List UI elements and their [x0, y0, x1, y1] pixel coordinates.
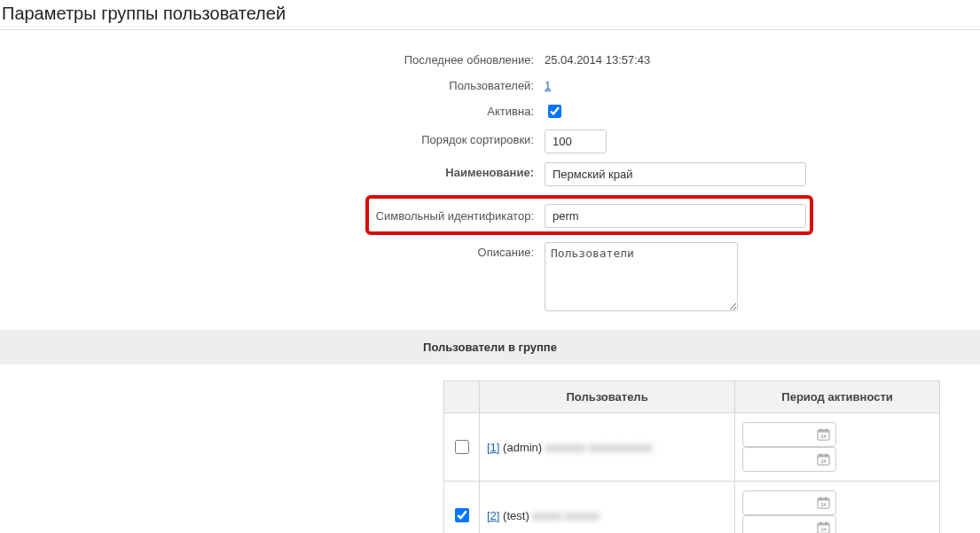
svg-rect-6 [818, 454, 829, 457]
svg-rect-11 [818, 498, 829, 500]
svg-text:24: 24 [820, 502, 826, 507]
calendar-icon: 24 [817, 521, 830, 534]
calendar-icon: 24 [817, 428, 830, 442]
svg-text:24: 24 [820, 459, 826, 464]
user-name-obscured: xxxxxxx xxxxxxxxxxx [545, 441, 653, 454]
users-count-link[interactable]: 1 [545, 79, 551, 92]
svg-text:24: 24 [820, 527, 826, 532]
symbol-id-input[interactable] [545, 204, 806, 228]
date-from-input[interactable]: 24 [742, 422, 836, 447]
last-update-label: Последнее обновление: [0, 50, 539, 67]
sort-order-label: Порядок сортировки: [0, 129, 539, 146]
name-label: Наименование: [0, 162, 539, 179]
user-id-link[interactable]: [2] [487, 509, 499, 522]
row-checkbox[interactable] [455, 508, 469, 522]
col-user-header: Пользователь [480, 381, 735, 413]
user-id-link[interactable]: [1] [487, 441, 499, 454]
table-row: [2] (test) xxxxx xxxxxx 24 24 [444, 482, 940, 534]
svg-rect-18 [826, 521, 827, 524]
svg-rect-8 [826, 453, 827, 456]
svg-rect-7 [820, 453, 821, 456]
page-title: Параметры группы пользователей [0, 0, 980, 30]
description-label: Описание: [0, 242, 539, 259]
users-table: Пользователь Период активности [1] (admi… [443, 380, 940, 533]
user-login: (test) [503, 509, 529, 522]
date-to-input[interactable]: 24 [742, 447, 836, 472]
users-count-label: Пользователей: [0, 75, 539, 92]
form-area: Последнее обновление: 25.04.2014 13:57:4… [0, 50, 980, 314]
svg-rect-1 [818, 429, 829, 432]
date-to-input[interactable]: 24 [742, 515, 836, 533]
table-row: [1] (admin) xxxxxxx xxxxxxxxxxx 24 24 [444, 413, 940, 482]
svg-rect-3 [826, 428, 827, 431]
svg-rect-13 [826, 497, 827, 499]
calendar-icon: 24 [817, 497, 830, 510]
user-login: (admin) [503, 441, 542, 454]
user-name-obscured: xxxxx xxxxxx [532, 509, 599, 522]
col-period-header: Период активности [735, 381, 940, 413]
svg-text:24: 24 [820, 434, 826, 439]
symbol-id-label: Символьный идентификатор: [371, 209, 539, 223]
row-checkbox[interactable] [455, 440, 469, 454]
symbol-id-highlight: Символьный идентификатор: [365, 195, 813, 235]
svg-rect-2 [820, 428, 821, 431]
description-textarea[interactable] [545, 242, 738, 311]
svg-rect-16 [818, 522, 829, 525]
date-from-input[interactable]: 24 [742, 490, 836, 515]
last-update-value: 25.04.2014 13:57:43 [539, 50, 980, 67]
active-label: Активна: [0, 101, 539, 118]
svg-rect-17 [820, 521, 821, 524]
users-section-header: Пользователи в группе [0, 330, 980, 364]
active-checkbox[interactable] [548, 105, 561, 118]
col-check-header [444, 381, 480, 413]
svg-rect-12 [820, 497, 821, 499]
sort-order-input[interactable] [545, 129, 607, 153]
calendar-icon: 24 [817, 453, 830, 466]
name-input[interactable] [545, 162, 806, 186]
